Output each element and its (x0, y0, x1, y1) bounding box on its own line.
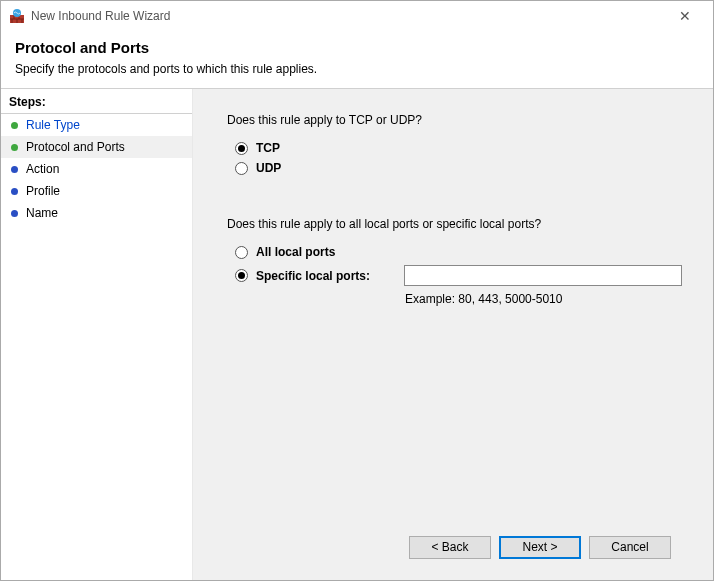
protocol-radio-group: TCP UDP (235, 141, 685, 175)
step-label: Rule Type (26, 118, 80, 132)
close-icon[interactable]: ✕ (665, 1, 705, 31)
page-header: Protocol and Ports Specify the protocols… (1, 31, 713, 88)
back-button[interactable]: < Back (409, 536, 491, 559)
step-label: Profile (26, 184, 60, 198)
next-button[interactable]: Next > (499, 536, 581, 559)
titlebar: New Inbound Rule Wizard ✕ (1, 1, 713, 31)
radio-label-tcp: TCP (256, 141, 280, 155)
ports-input[interactable] (404, 265, 682, 286)
step-action: Action (1, 158, 192, 180)
wizard-footer: < Back Next > Cancel (227, 524, 685, 570)
radio-icon (235, 269, 248, 282)
page-subtitle: Specify the protocols and ports to which… (15, 62, 699, 76)
ports-radio-group: All local ports Specific local ports: Ex… (235, 245, 685, 306)
step-bullet-icon (11, 122, 18, 129)
step-label: Name (26, 206, 58, 220)
step-bullet-icon (11, 210, 18, 217)
radio-label-udp: UDP (256, 161, 281, 175)
radio-label-all-ports: All local ports (256, 245, 335, 259)
step-bullet-icon (11, 188, 18, 195)
radio-label-specific-ports: Specific local ports: (256, 269, 396, 283)
step-bullet-icon (11, 166, 18, 173)
step-name: Name (1, 202, 192, 224)
step-rule-type[interactable]: Rule Type (1, 114, 192, 136)
firewall-icon (9, 8, 25, 24)
cancel-button[interactable]: Cancel (589, 536, 671, 559)
step-label: Protocol and Ports (26, 140, 125, 154)
wizard-window: New Inbound Rule Wizard ✕ Protocol and P… (0, 0, 714, 581)
ports-question: Does this rule apply to all local ports … (227, 217, 685, 231)
radio-udp[interactable]: UDP (235, 161, 685, 175)
wizard-body: Steps: Rule TypeProtocol and PortsAction… (1, 88, 713, 580)
content-pane: Does this rule apply to TCP or UDP? TCP … (193, 89, 713, 580)
page-title: Protocol and Ports (15, 39, 699, 56)
step-label: Action (26, 162, 59, 176)
radio-icon (235, 162, 248, 175)
radio-tcp[interactable]: TCP (235, 141, 685, 155)
window-title: New Inbound Rule Wizard (31, 9, 665, 23)
protocol-question: Does this rule apply to TCP or UDP? (227, 113, 685, 127)
radio-icon (235, 142, 248, 155)
ports-example: Example: 80, 443, 5000-5010 (405, 292, 685, 306)
radio-all-ports[interactable]: All local ports (235, 245, 685, 259)
radio-specific-ports[interactable]: Specific local ports: (235, 265, 685, 286)
step-bullet-icon (11, 144, 18, 151)
steps-sidebar: Steps: Rule TypeProtocol and PortsAction… (1, 89, 193, 580)
radio-icon (235, 246, 248, 259)
steps-header: Steps: (1, 91, 192, 114)
step-protocol-and-ports: Protocol and Ports (1, 136, 192, 158)
step-profile: Profile (1, 180, 192, 202)
